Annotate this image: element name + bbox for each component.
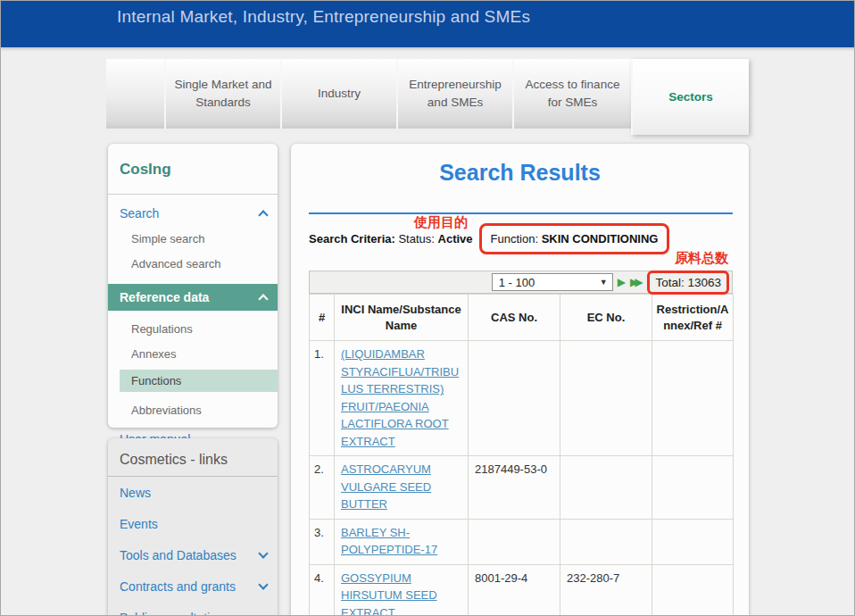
annotation-box-function: Function: SKIN CONDITIONING <box>479 223 670 254</box>
ec-number <box>560 519 652 564</box>
table-header-row: # INCI Name/Substance Name CAS No. EC No… <box>310 295 734 341</box>
ingredient-link[interactable]: (LIQUIDAMBAR STYRACIFLUA/TRIBULUS TERRES… <box>341 347 459 448</box>
ec-number <box>560 456 652 520</box>
next-page-icon[interactable]: ▶ <box>618 277 626 287</box>
pagination-bar: 1 - 100 ▼ ▶ ▶▶ Total: 13063 <box>309 271 733 294</box>
tab-blank[interactable] <box>106 59 164 129</box>
sidebar-section-reference-data[interactable]: Reference data <box>108 284 278 311</box>
sidebar-item-functions[interactable]: Functions <box>120 370 278 392</box>
sidebar-item-simple-search[interactable]: Simple search <box>108 232 278 246</box>
restriction-value <box>652 519 734 564</box>
cosing-sidebar: CosIng Search Simple search Advanced sea… <box>108 144 278 428</box>
cosmetics-links-panel: Cosmetics - links News Events Tools and … <box>108 438 278 616</box>
link-events[interactable]: Events <box>108 508 278 539</box>
link-news[interactable]: News <box>108 477 278 508</box>
chevron-up-icon <box>258 294 268 304</box>
link-tools-databases[interactable]: Tools and Databases <box>108 539 278 570</box>
col-header-inci-name: INCI Name/Substance Name <box>335 295 469 341</box>
title-divider <box>309 212 733 214</box>
table-row: 3. BARLEY SH-POLYPEPTIDE-17 <box>310 519 734 564</box>
link-contracts-grants[interactable]: Contracts and grants <box>108 570 278 602</box>
table-row: 1. (LIQUIDAMBAR STYRACIFLUA/TRIBULUS TER… <box>310 341 734 456</box>
ec-number <box>560 341 652 456</box>
tab-single-market[interactable]: Single Market and Standards <box>164 59 280 129</box>
page-title: Search Results <box>291 160 749 186</box>
col-header-number: # <box>310 295 335 341</box>
links-panel-title: Cosmetics - links <box>120 452 267 468</box>
sidebar-divider <box>108 194 278 195</box>
link-public-consultations[interactable]: Public consultations <box>108 602 278 616</box>
site-title: Internal Market, Industry, Entrepreneurs… <box>117 7 530 27</box>
search-criteria-line: Search Criteria: Status: Active Function… <box>309 221 669 256</box>
total-label: Total: <box>655 276 684 289</box>
page-range-select[interactable]: 1 - 100 ▼ <box>492 273 613 291</box>
sidebar-item-abbreviations[interactable]: Abbreviations <box>108 404 278 417</box>
chevron-down-icon <box>258 548 268 558</box>
status-label: Status: <box>398 232 434 246</box>
ingredient-link[interactable]: BARLEY SH-POLYPEPTIDE-17 <box>341 526 437 557</box>
table-row: 2. ASTROCARYUM VULGARE SEED BUTTER 21874… <box>310 456 734 520</box>
tab-industry[interactable]: Industry <box>280 59 396 129</box>
sidebar-item-regulations[interactable]: Regulations <box>108 322 278 336</box>
criteria-label: Search Criteria: <box>309 232 395 246</box>
tab-access-finance[interactable]: Access to finance for SMEs <box>512 59 631 129</box>
ingredient-link[interactable]: ASTROCARYUM VULGARE SEED BUTTER <box>341 462 431 511</box>
results-table: # INCI Name/Substance Name CAS No. EC No… <box>309 294 734 616</box>
sidebar-item-advanced-search[interactable]: Advanced search <box>108 257 278 271</box>
annotation-total-note: 原料总数 <box>675 250 728 267</box>
select-caret-icon: ▼ <box>600 278 608 287</box>
chevron-down-icon <box>258 579 268 589</box>
sidebar-title: CosIng <box>120 161 278 179</box>
row-number: 2. <box>310 456 335 520</box>
ingredient-link[interactable]: GOSSYPIUM HIRSUTUM SEED EXTRACT <box>341 571 437 616</box>
chevron-up-icon <box>258 210 268 220</box>
function-label: Function: <box>491 232 538 246</box>
main-nav-tabs: Single Market and Standards Industry Ent… <box>106 59 749 135</box>
tab-entrepreneurship[interactable]: Entrepreneurship and SMEs <box>396 59 512 129</box>
cosing-search-results-page: Internal Market, Industry, Entrepreneurs… <box>0 0 855 616</box>
sidebar-item-annexes[interactable]: Annexes <box>108 347 278 361</box>
total-value: 13063 <box>687 276 721 289</box>
tab-sectors[interactable]: Sectors <box>631 59 749 135</box>
cas-number <box>469 341 560 456</box>
restriction-value <box>652 456 734 520</box>
function-value: SKIN CONDITIONING <box>542 232 659 246</box>
col-header-ec: EC No. <box>560 295 652 341</box>
ec-number: 232-280-7 <box>560 564 652 616</box>
page-range-value: 1 - 100 <box>499 276 535 289</box>
annotation-box-total: Total: 13063 <box>647 271 729 295</box>
restriction-value <box>652 564 734 616</box>
search-results-panel: Search Results 使用目的 Search Criteria: Sta… <box>291 144 749 616</box>
row-number: 4. <box>310 564 335 616</box>
row-number: 1. <box>310 341 335 456</box>
last-page-icon[interactable]: ▶▶ <box>630 277 643 287</box>
cas-number <box>469 519 560 564</box>
cas-number: 8001-29-4 <box>469 564 560 616</box>
cas-number: 2187449-53-0 <box>469 456 560 520</box>
top-banner: Internal Market, Industry, Entrepreneurs… <box>1 1 855 47</box>
table-row: 4. GOSSYPIUM HIRSUTUM SEED EXTRACT 8001-… <box>310 564 734 616</box>
col-header-restriction: Restriction/Annex/Ref # <box>652 295 734 341</box>
status-value: Active <box>438 232 473 246</box>
sidebar-section-search[interactable]: Search <box>120 206 267 221</box>
col-header-cas: CAS No. <box>469 295 560 341</box>
row-number: 3. <box>310 519 335 564</box>
restriction-value <box>652 341 734 456</box>
